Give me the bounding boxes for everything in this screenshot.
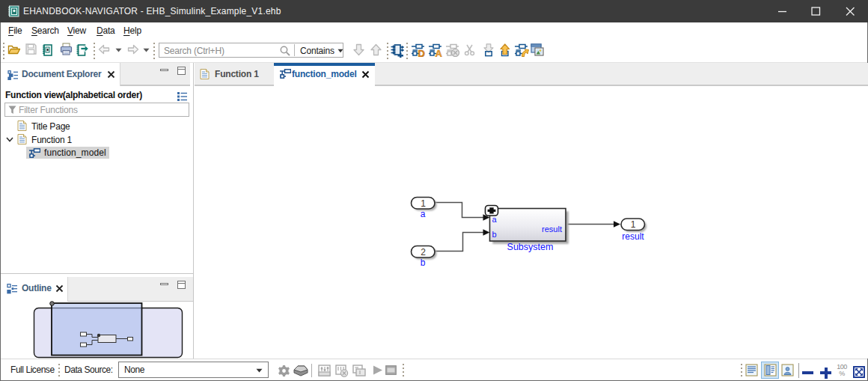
svg-text:Subsystem: Subsystem (507, 242, 554, 252)
svg-text:a: a (421, 209, 426, 219)
svg-text:A: A (435, 48, 443, 58)
svg-text:2: 2 (421, 247, 426, 257)
svg-text:1: 1 (631, 219, 636, 230)
svg-text:result: result (622, 231, 644, 242)
svg-text:b: b (421, 257, 426, 268)
svg-text:1: 1 (421, 198, 426, 209)
svg-text:b: b (492, 230, 497, 239)
svg-text:D: D (418, 48, 425, 58)
svg-text:result: result (542, 225, 562, 234)
